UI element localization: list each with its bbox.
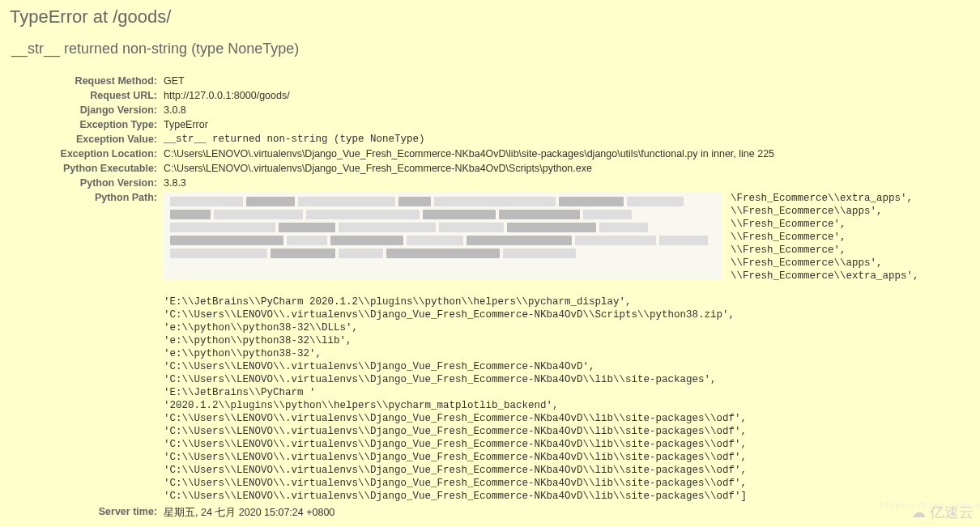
server-time-value: 星期五, 24 七月 2020 15:07:24 +0800 bbox=[164, 504, 970, 521]
exception-location-value: C:\Users\LENOVO\.virtualenvs\Django_Vue_… bbox=[164, 147, 970, 161]
django-version-label: Django Version: bbox=[10, 103, 164, 117]
exception-type-label: Exception Type: bbox=[10, 117, 164, 132]
request-info-table: Request Method: GET Request URL: http://… bbox=[10, 74, 970, 521]
python-path-line: 'E:\\JetBrains\\PyCharm 2020.1.2\\plugin… bbox=[164, 295, 970, 308]
python-path-line: 'C:\\Users\\LENOVO\\.virtualenvs\\Django… bbox=[164, 477, 970, 490]
python-path-line-tail: \\Fresh_Ecommerce\\apps', bbox=[731, 205, 919, 218]
server-time-label: Server time: bbox=[10, 504, 164, 521]
request-method-value: GET bbox=[164, 74, 970, 88]
exception-value-label: Exception Value: bbox=[10, 132, 164, 147]
python-path-line: 'C:\\Users\\LENOVO\\.virtualenvs\\Django… bbox=[164, 308, 970, 321]
logo-badge: ☁ 亿速云 bbox=[911, 503, 974, 522]
python-path-line: 'e:\\python\\python38-32', bbox=[164, 347, 970, 360]
python-version-label: Python Version: bbox=[10, 176, 164, 190]
redacted-overlay bbox=[164, 192, 722, 279]
python-path-line: 'C:\\Users\\LENOVO\\.virtualenvs\\Django… bbox=[164, 490, 970, 503]
python-path-line-tail: \\Fresh_Ecommerce\\apps', bbox=[731, 257, 919, 270]
python-path-line: 'C:\\Users\\LENOVO\\.virtualenvs\\Django… bbox=[164, 425, 970, 438]
python-path-line: 'e:\\python\\python38-32\\lib', bbox=[164, 334, 970, 347]
python-path-label: Python Path: bbox=[10, 190, 164, 504]
request-method-label: Request Method: bbox=[10, 74, 164, 88]
exception-value-value: __str__ returned non-string (type NoneTy… bbox=[164, 132, 970, 147]
python-path-line-tail: \\Fresh_Ecommerce', bbox=[731, 244, 919, 257]
python-path-line: 'e:\\python\\python38-32\\DLLs', bbox=[164, 321, 970, 334]
cloud-icon: ☁ bbox=[911, 504, 926, 521]
python-path-line-tail: \\Fresh_Ecommerce\\extra_apps', bbox=[731, 270, 919, 283]
python-path-line-tail: \\Fresh_Ecommerce', bbox=[731, 218, 919, 231]
python-path-value: [ \Fresh_Ecommerce\\extra_apps',\\Fresh_… bbox=[164, 190, 970, 504]
python-path-line: '2020.1.2\\plugins\\python\\helpers\\pyc… bbox=[164, 399, 970, 412]
python-path-line: 'C:\\Users\\LENOVO\\.virtualenvs\\Django… bbox=[164, 451, 970, 464]
django-version-value: 3.0.8 bbox=[164, 103, 970, 117]
python-path-line: 'E:\\JetBrains\\PyCharm ' bbox=[164, 386, 970, 399]
python-path-line-tail: \Fresh_Ecommerce\\extra_apps', bbox=[731, 192, 919, 205]
python-version-value: 3.8.3 bbox=[164, 176, 970, 190]
request-url-label: Request URL: bbox=[10, 88, 164, 103]
python-executable-value: C:\Users\LENOVO\.virtualenvs\Django_Vue_… bbox=[164, 161, 970, 176]
exception-type-value: TypeError bbox=[164, 117, 970, 132]
python-path-line: 'C:\\Users\\LENOVO\\.virtualenvs\\Django… bbox=[164, 412, 970, 425]
python-path-line: 'C:\\Users\\LENOVO\\.virtualenvs\\Django… bbox=[164, 438, 970, 451]
python-path-line: 'C:\\Users\\LENOVO\\.virtualenvs\\Django… bbox=[164, 373, 970, 386]
error-title: TypeError at /goods/ bbox=[10, 6, 970, 28]
python-path-line-tail: \\Fresh_Ecommerce', bbox=[731, 231, 919, 244]
request-url-value: http://127.0.0.1:8000/goods/ bbox=[164, 88, 970, 103]
error-subtitle: __str__ returned non-string (type NoneTy… bbox=[11, 40, 970, 57]
python-executable-label: Python Executable: bbox=[10, 161, 164, 176]
python-path-line: 'C:\\Users\\LENOVO\\.virtualenvs\\Django… bbox=[164, 360, 970, 373]
python-path-line: 'C:\\Users\\LENOVO\\.virtualenvs\\Django… bbox=[164, 464, 970, 477]
exception-location-label: Exception Location: bbox=[10, 147, 164, 161]
